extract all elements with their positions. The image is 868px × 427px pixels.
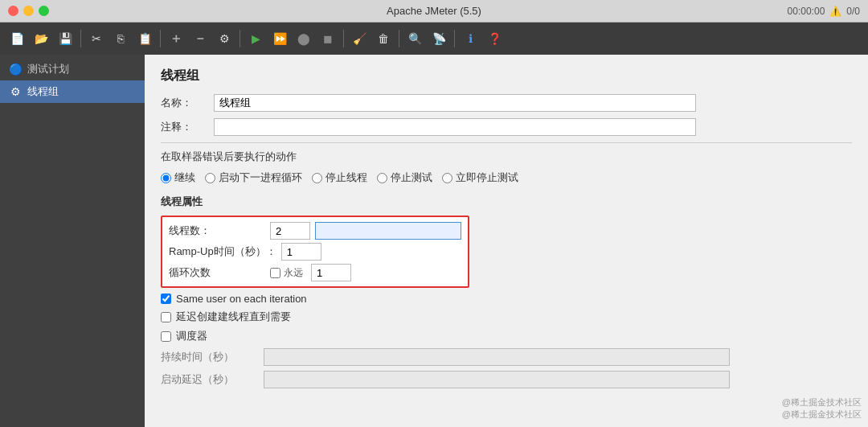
watermark-line1: @稀土掘金技术社区 bbox=[782, 396, 862, 409]
duration-input[interactable] bbox=[264, 348, 730, 366]
func-icon[interactable]: ⚙ bbox=[214, 28, 235, 49]
loop-row: 循环次数 永远 bbox=[169, 264, 461, 281]
open-icon[interactable]: 📂 bbox=[31, 28, 51, 49]
search-icon[interactable]: 🔍 bbox=[404, 28, 425, 49]
radio-stop-now-label: 立即停止测试 bbox=[456, 170, 518, 185]
sidebar-item-label-thread-group: 线程组 bbox=[27, 84, 59, 99]
loop-input[interactable] bbox=[311, 264, 351, 281]
new-icon[interactable]: 📄 bbox=[6, 28, 27, 49]
comment-row: 注释： bbox=[161, 118, 852, 136]
count-display: 0/0 bbox=[846, 6, 860, 17]
sidebar-item-label-test-plan: 测试计划 bbox=[27, 62, 69, 76]
forever-checkbox[interactable] bbox=[270, 268, 280, 278]
info-icon[interactable]: ℹ bbox=[460, 28, 481, 49]
divider-1 bbox=[161, 142, 852, 143]
toolbar-separator-6 bbox=[454, 30, 455, 47]
clear-icon[interactable]: 🧹 bbox=[349, 28, 370, 49]
name-row: 名称： bbox=[161, 94, 852, 112]
delay-create-label: 延迟创建建线程直到需要 bbox=[176, 310, 291, 324]
radio-continue-label: 继续 bbox=[174, 170, 195, 185]
page-title: 线程组 bbox=[161, 68, 852, 84]
run-icon[interactable]: ▶ bbox=[245, 28, 266, 49]
minimize-button[interactable] bbox=[23, 6, 34, 16]
toolbar-separator-3 bbox=[240, 30, 240, 47]
forever-label: 永远 bbox=[284, 266, 303, 280]
radio-start-next[interactable]: 启动下一进程循环 bbox=[205, 170, 302, 185]
test-plan-icon: 🔵 bbox=[8, 63, 23, 76]
watermark-line2: @稀土掘金技术社区 bbox=[782, 409, 862, 421]
cut-icon[interactable]: ✂ bbox=[86, 28, 107, 49]
thread-group-icon: ⚙ bbox=[8, 85, 23, 98]
sidebar-item-test-plan[interactable]: 🔵 测试计划 bbox=[0, 58, 145, 80]
window-controls bbox=[8, 6, 49, 16]
same-user-label: Same user on each iteration bbox=[176, 293, 307, 305]
titlebar-right: 00:00:00 ⚠️ 0/0 bbox=[788, 6, 860, 17]
same-user-checkbox[interactable] bbox=[161, 294, 171, 304]
thread-props-box: 线程数： Ramp-Up时间（秒）： 循环次数 永远 bbox=[161, 216, 469, 288]
scheduler-checkbox[interactable] bbox=[161, 331, 171, 342]
startup-delay-input[interactable] bbox=[264, 371, 730, 388]
name-label: 名称： bbox=[161, 96, 209, 110]
scheduler-label: 调度器 bbox=[176, 329, 207, 343]
same-user-row: Same user on each iteration bbox=[161, 293, 852, 305]
props-title: 线程属性 bbox=[161, 195, 852, 209]
main-layout: 🔵 测试计划 ⚙ 线程组 线程组 名称： 注释： 在取样器错误后要执行的动作 bbox=[0, 55, 868, 427]
radio-stop-now[interactable]: 立即停止测试 bbox=[442, 170, 518, 185]
error-action-label: 在取样器错误后要执行的动作 bbox=[161, 150, 297, 164]
duration-row: 持续时间（秒） bbox=[161, 348, 852, 366]
startup-delay-row: 启动延迟（秒） bbox=[161, 371, 852, 388]
paste-icon[interactable]: 📋 bbox=[134, 28, 155, 49]
maximize-button[interactable] bbox=[39, 6, 49, 16]
comment-input[interactable] bbox=[214, 118, 696, 136]
rampup-label: Ramp-Up时间（秒）： bbox=[169, 244, 276, 259]
toolbar-separator-4 bbox=[343, 30, 344, 47]
add-icon[interactable]: ＋ bbox=[166, 28, 186, 49]
radio-stop-thread-label: 停止线程 bbox=[326, 170, 367, 185]
radio-start-next-label: 启动下一进程循环 bbox=[219, 170, 302, 185]
radio-continue[interactable]: 继续 bbox=[161, 170, 195, 185]
content-area: 线程组 名称： 注释： 在取样器错误后要执行的动作 继续 启动下一进程循环 bbox=[145, 55, 868, 427]
startup-delay-label: 启动延迟（秒） bbox=[161, 372, 257, 387]
error-action-radios: 继续 启动下一进程循环 停止线程 停止测试 立即停止测试 bbox=[161, 170, 852, 185]
remove-icon[interactable]: － bbox=[190, 28, 211, 49]
timer-display: 00:00:00 bbox=[788, 6, 825, 17]
thread-count-input[interactable] bbox=[270, 222, 310, 240]
radio-stop-thread[interactable]: 停止线程 bbox=[312, 170, 367, 185]
thread-count-extra-input[interactable] bbox=[315, 222, 461, 240]
loop-label: 循环次数 bbox=[169, 265, 265, 280]
clear-all-icon[interactable]: 🗑 bbox=[373, 28, 394, 49]
warning-icon: ⚠️ bbox=[829, 6, 841, 17]
name-input[interactable] bbox=[214, 94, 696, 112]
watermark: @稀土掘金技术社区 @稀土掘金技术社区 bbox=[782, 396, 862, 421]
titlebar: Apache JMeter (5.5) 00:00:00 ⚠️ 0/0 bbox=[0, 0, 868, 23]
radio-stop-test-label: 停止测试 bbox=[391, 170, 432, 185]
error-action-label-row: 在取样器错误后要执行的动作 bbox=[161, 150, 852, 164]
run-remote-icon[interactable]: ⏩ bbox=[269, 28, 290, 49]
duration-label: 持续时间（秒） bbox=[161, 350, 257, 364]
toolbar-separator-1 bbox=[80, 30, 81, 47]
scheduler-row: 调度器 bbox=[161, 329, 852, 343]
toolbar: 📄 📂 💾 ✂ ⎘ 📋 ＋ － ⚙ ▶ ⏩ ⬤ ◼ 🧹 🗑 🔍 📡 ℹ ❓ bbox=[0, 23, 868, 55]
rampup-row: Ramp-Up时间（秒）： bbox=[169, 243, 461, 261]
delay-create-checkbox[interactable] bbox=[161, 312, 171, 322]
copy-icon[interactable]: ⎘ bbox=[110, 28, 131, 49]
comment-label: 注释： bbox=[161, 120, 209, 134]
toolbar-separator-2 bbox=[160, 30, 161, 47]
toolbar-separator-5 bbox=[399, 30, 399, 47]
stop-icon[interactable]: ⬤ bbox=[293, 28, 314, 49]
radio-stop-test[interactable]: 停止测试 bbox=[377, 170, 432, 185]
delay-create-row: 延迟创建建线程直到需要 bbox=[161, 310, 852, 324]
thread-count-label: 线程数： bbox=[169, 224, 265, 238]
rampup-input[interactable] bbox=[281, 243, 321, 261]
save-icon[interactable]: 💾 bbox=[55, 28, 76, 49]
thread-count-row: 线程数： bbox=[169, 222, 461, 240]
help-icon[interactable]: ❓ bbox=[484, 28, 505, 49]
forever-checkbox-wrapper: 永远 bbox=[270, 266, 303, 280]
stop-now-icon[interactable]: ◼ bbox=[317, 28, 338, 49]
window-title: Apache JMeter (5.5) bbox=[387, 5, 481, 17]
sidebar: 🔵 测试计划 ⚙ 线程组 bbox=[0, 55, 145, 427]
thread-properties-section: 线程属性 线程数： Ramp-Up时间（秒）： 循环次数 bbox=[161, 195, 852, 388]
remote-icon[interactable]: 📡 bbox=[428, 28, 449, 49]
sidebar-item-thread-group[interactable]: ⚙ 线程组 bbox=[0, 80, 145, 103]
close-button[interactable] bbox=[8, 6, 18, 16]
